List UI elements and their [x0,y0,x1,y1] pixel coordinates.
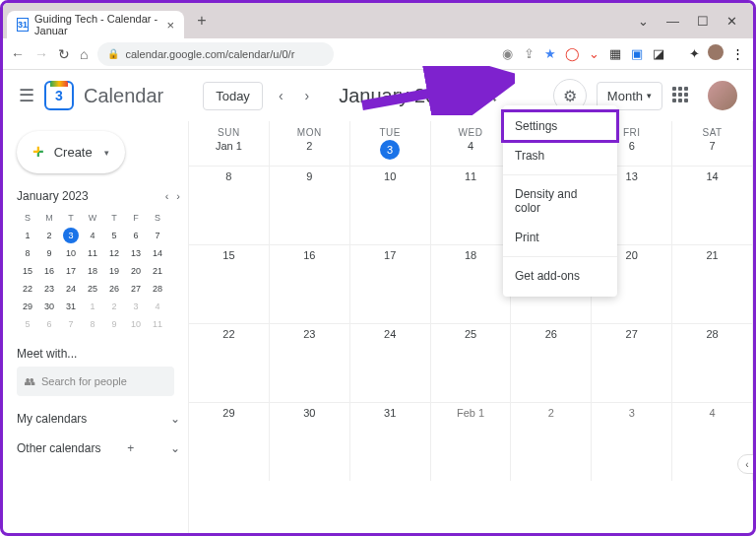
menu-density[interactable]: Density and color [503,179,617,223]
search-icon[interactable]: 🔍︎ [483,88,498,104]
mini-day-cell[interactable]: 4 [147,298,168,315]
today-button[interactable]: Today [203,82,263,110]
mini-day-cell[interactable]: 22 [17,280,38,298]
share-icon[interactable]: ⇪ [521,46,536,61]
day-cell[interactable]: 16 [270,245,350,323]
mini-day-cell[interactable]: 5 [103,227,125,244]
menu-settings[interactable]: Settings [503,111,617,141]
close-window-icon[interactable]: ✕ [726,14,737,29]
day-cell[interactable]: Feb 1 [431,403,512,481]
mini-day-cell[interactable]: 2 [38,227,60,244]
day-cell[interactable]: 28 [672,324,753,402]
chevron-down-icon[interactable]: ⌄ [638,14,649,29]
my-calendars-toggle[interactable]: My calendars ⌄ [17,412,180,426]
mini-next-icon[interactable]: › [176,190,180,202]
mini-day-cell[interactable]: 8 [17,244,38,262]
mini-day-cell[interactable]: 6 [125,227,147,244]
browser-tab[interactable]: 31 Guiding Tech - Calendar - Januar × [7,11,184,38]
day-cell[interactable]: 10 [350,167,431,244]
ext1-icon[interactable]: ▦ [607,46,623,61]
mini-day-cell[interactable]: 14 [147,244,168,262]
day-cell[interactable]: 8 [189,167,270,244]
mini-day-cell[interactable]: 5 [17,315,38,333]
day-cell[interactable]: 9 [270,167,350,244]
pocket-icon[interactable]: ⌄ [586,46,601,61]
ext3-icon[interactable]: ◪ [651,46,666,61]
mini-day-cell[interactable]: 7 [60,315,82,333]
day-column[interactable]: TUE3 [350,121,431,166]
puzzle-icon[interactable]: ✦ [686,46,702,61]
mini-day-cell[interactable]: 23 [38,280,60,298]
mini-day-cell[interactable]: 27 [125,280,147,298]
day-column[interactable]: WED4 [431,121,512,166]
mini-day-cell[interactable]: 11 [82,244,103,262]
day-cell[interactable]: 21 [672,245,753,323]
new-tab-button[interactable]: + [190,12,214,30]
apps-grid-icon[interactable] [672,87,690,104]
mini-day-cell[interactable]: 2 [103,298,125,315]
menu-print[interactable]: Print [503,223,617,252]
calendar-grid[interactable]: SUNJan 1MON2TUE3WED4THU5FRI6SAT7 8910111… [188,121,753,535]
day-column[interactable]: MON2 [270,121,350,166]
create-button[interactable]: + Create [17,131,125,173]
prev-period-icon[interactable]: ‹ [273,88,289,103]
mini-day-cell[interactable]: 13 [125,244,147,262]
day-cell[interactable]: 29 [189,403,270,481]
day-cell[interactable]: 27 [592,324,672,402]
menu-addons[interactable]: Get add-ons [503,261,617,291]
mini-day-cell[interactable]: 21 [147,262,168,280]
close-icon[interactable]: × [166,18,174,33]
mini-day-cell[interactable]: 28 [147,280,168,298]
mini-day-cell[interactable]: 10 [125,315,147,333]
day-cell[interactable]: 30 [270,403,350,481]
mini-calendar[interactable]: SMTWTFS 12345678910111213141516171819202… [17,209,180,333]
day-cell[interactable]: 15 [189,245,270,323]
mini-day-cell[interactable]: 7 [147,227,168,244]
minimize-icon[interactable]: — [666,14,679,29]
forward-icon[interactable]: → [34,46,48,62]
day-cell[interactable]: 25 [431,324,512,402]
mini-day-cell[interactable]: 17 [60,262,82,280]
mini-day-cell[interactable]: 16 [38,262,60,280]
day-cell[interactable]: 22 [189,324,270,402]
eye-icon[interactable]: ◉ [499,46,515,61]
home-icon[interactable]: ⌂ [80,46,88,62]
mini-day-cell[interactable]: 31 [60,298,82,315]
mini-day-cell[interactable]: 25 [82,280,103,298]
mini-day-cell[interactable]: 26 [103,280,125,298]
reload-icon[interactable]: ↻ [58,46,70,62]
mini-day-cell[interactable]: 12 [103,244,125,262]
plus-icon[interactable]: + [127,441,134,455]
mini-prev-icon[interactable]: ‹ [165,190,169,202]
menu-trash[interactable]: Trash [503,141,617,170]
day-cell[interactable]: 18 [431,245,512,323]
search-people-input[interactable]: 👥︎ Search for people [17,367,174,396]
day-cell[interactable]: 11 [431,167,512,244]
mini-day-cell[interactable]: 10 [60,244,82,262]
mini-day-cell[interactable]: 15 [17,262,38,280]
ext2-icon[interactable]: ▣ [629,46,645,61]
hamburger-icon[interactable]: ☰ [19,85,34,106]
mini-day-cell[interactable]: 9 [38,244,60,262]
o-icon[interactable]: ◯ [564,46,580,61]
mini-day-cell[interactable]: 3 [60,227,82,244]
avatar-small[interactable] [708,44,724,63]
day-cell[interactable]: 17 [350,245,431,323]
mini-day-cell[interactable]: 1 [82,298,103,315]
day-column[interactable]: SAT7 [672,121,753,166]
mini-day-cell[interactable]: 1 [17,227,38,244]
mini-day-cell[interactable]: 6 [38,315,60,333]
mini-day-cell[interactable]: 9 [103,315,125,333]
mini-day-cell[interactable]: 29 [17,298,38,315]
mini-day-cell[interactable]: 20 [125,262,147,280]
day-cell[interactable]: 3 [592,403,672,481]
mini-day-cell[interactable]: 19 [103,262,125,280]
url-input[interactable]: 🔒 calendar.google.com/calendar/u/0/r [97,42,334,66]
mini-day-cell[interactable]: 4 [82,227,103,244]
side-panel-toggle[interactable]: ‹ [737,454,756,474]
back-icon[interactable]: ← [11,46,25,62]
next-period-icon[interactable]: › [299,88,316,103]
day-cell[interactable]: 24 [350,324,431,402]
other-calendars-toggle[interactable]: Other calendars + ⌄ [17,441,180,455]
day-cell[interactable]: 2 [511,403,592,481]
